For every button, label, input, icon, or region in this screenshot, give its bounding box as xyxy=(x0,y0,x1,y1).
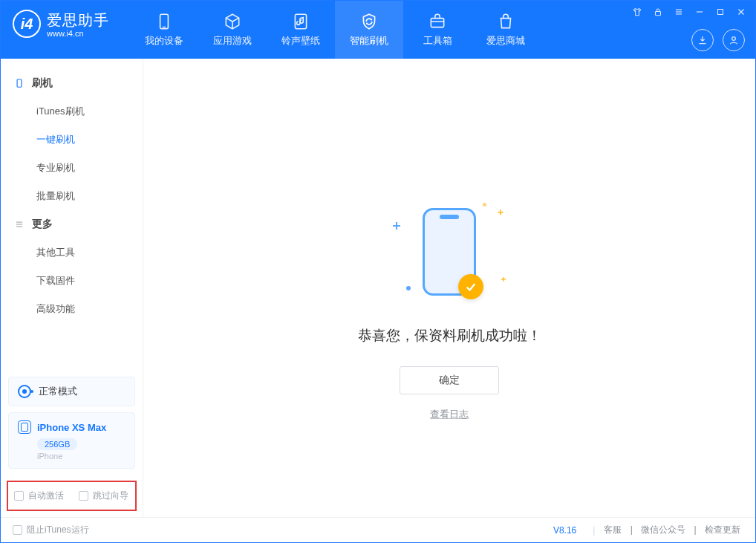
checkbox-label: 跳过向导 xyxy=(93,490,128,502)
checkbox-box-icon xyxy=(13,525,22,535)
tab-label: 智能刷机 xyxy=(350,34,388,48)
options-row-highlight: 自动激活 跳过向导 xyxy=(7,481,137,511)
body: 刷机 iTunes刷机 一键刷机 专业刷机 批量刷机 更多 其他工具 下载固件 … xyxy=(1,59,755,517)
brand-text: 爱思助手 www.i4.cn xyxy=(47,10,109,38)
svg-point-4 xyxy=(732,37,736,41)
sidebar-item-other-tools[interactable]: 其他工具 xyxy=(1,238,143,267)
separator: | xyxy=(587,525,601,536)
sparkle-icon xyxy=(498,210,504,215)
main-content: 恭喜您，保资料刷机成功啦！ 确定 查看日志 xyxy=(143,59,755,517)
maximize-button[interactable] xyxy=(714,5,727,19)
success-message: 恭喜您，保资料刷机成功啦！ xyxy=(358,326,541,345)
brand-logo-text: i4 xyxy=(21,16,33,33)
phone-icon xyxy=(154,12,174,31)
section-title: 刷机 xyxy=(32,77,53,90)
separator: | xyxy=(691,524,700,535)
cube-icon xyxy=(223,12,242,31)
version-label: V8.16 xyxy=(553,525,576,536)
list-icon xyxy=(14,219,25,230)
music-file-icon xyxy=(291,12,310,31)
device-subtitle: iPhone xyxy=(37,452,126,461)
brand-url: www.i4.cn xyxy=(47,29,109,38)
checkbox-block-itunes[interactable]: 阻止iTunes运行 xyxy=(13,524,89,536)
dot-icon xyxy=(406,286,411,290)
svg-rect-3 xyxy=(431,19,443,27)
header-right-actions xyxy=(691,29,745,51)
lock-icon[interactable] xyxy=(651,5,665,19)
separator: | xyxy=(628,524,636,535)
download-icon xyxy=(697,34,708,46)
tab-ringtone-wallpaper[interactable]: 铃声壁纸 xyxy=(267,1,335,59)
tab-label: 工具箱 xyxy=(423,34,452,48)
close-button[interactable] xyxy=(734,5,748,19)
brand-logo-icon: i4 xyxy=(13,10,41,38)
sidebar-item-pro-flash[interactable]: 专业刷机 xyxy=(1,154,143,182)
footer: 阻止iTunes运行 V8.16 | 客服 | 微信公众号 | 检查更新 xyxy=(1,517,755,542)
checkbox-label: 阻止iTunes运行 xyxy=(27,524,89,536)
sidebar-scroll: 刷机 iTunes刷机 一键刷机 专业刷机 批量刷机 更多 其他工具 下载固件 … xyxy=(1,59,143,371)
view-log-link[interactable]: 查看日志 xyxy=(430,408,469,421)
sidebar: 刷机 iTunes刷机 一键刷机 专业刷机 批量刷机 更多 其他工具 下载固件 … xyxy=(1,59,143,517)
svg-rect-10 xyxy=(718,10,723,15)
device-icon xyxy=(18,420,31,434)
app-window: i4 爱思助手 www.i4.cn 我的设备 应用游戏 铃声壁纸 智能刷 xyxy=(0,0,756,543)
bag-icon xyxy=(496,12,515,31)
device-card[interactable]: iPhone XS Max 256GB iPhone xyxy=(8,412,135,469)
checkbox-label: 自动激活 xyxy=(28,490,64,502)
svg-rect-13 xyxy=(17,79,22,88)
titlebar: i4 爱思助手 www.i4.cn 我的设备 应用游戏 铃声壁纸 智能刷 xyxy=(1,1,755,59)
brand-name: 爱思助手 xyxy=(47,10,109,30)
tab-toolbox[interactable]: 工具箱 xyxy=(403,1,472,59)
tab-my-device[interactable]: 我的设备 xyxy=(130,1,198,59)
footer-link-check-update[interactable]: 检查更新 xyxy=(702,524,743,535)
success-illustration xyxy=(390,200,509,304)
mode-card[interactable]: 正常模式 xyxy=(8,377,135,406)
check-icon xyxy=(464,280,478,293)
tab-label: 应用游戏 xyxy=(213,34,252,48)
device-name: iPhone XS Max xyxy=(37,422,106,433)
sidebar-item-itunes-flash[interactable]: iTunes刷机 xyxy=(1,97,143,126)
brand: i4 爱思助手 www.i4.cn xyxy=(1,1,120,38)
sidebar-item-oneclick-flash[interactable]: 一键刷机 xyxy=(1,126,143,154)
sparkle-icon xyxy=(393,222,400,230)
tab-smart-flash[interactable]: 智能刷机 xyxy=(335,1,403,59)
section-flash-header: 刷机 xyxy=(1,69,143,97)
footer-link-support[interactable]: 客服 xyxy=(601,524,625,535)
minimize-button[interactable] xyxy=(693,5,706,19)
mode-status-icon xyxy=(18,385,31,398)
download-manager-button[interactable] xyxy=(691,29,714,51)
footer-link-wechat[interactable]: 微信公众号 xyxy=(638,524,688,535)
tshirt-icon[interactable] xyxy=(630,5,644,19)
tab-app-games[interactable]: 应用游戏 xyxy=(198,1,267,59)
checkbox-auto-activate[interactable]: 自动激活 xyxy=(14,490,64,502)
account-button[interactable] xyxy=(723,29,745,51)
success-badge-icon xyxy=(458,274,483,299)
svg-rect-5 xyxy=(656,11,661,15)
section-more-header: 更多 xyxy=(1,210,143,238)
section-title: 更多 xyxy=(32,218,53,231)
device-small-icon xyxy=(14,78,25,88)
tab-store[interactable]: 爱思商城 xyxy=(472,1,540,59)
device-capacity: 256GB xyxy=(37,438,77,450)
checkbox-box-icon xyxy=(79,491,88,501)
toolbox-icon xyxy=(428,12,447,31)
top-tabs: 我的设备 应用游戏 铃声壁纸 智能刷机 工具箱 爱思商城 xyxy=(130,1,540,59)
dot-icon xyxy=(483,203,486,207)
menu-icon[interactable] xyxy=(672,5,685,19)
tab-label: 我的设备 xyxy=(145,34,183,48)
sidebar-item-batch-flash[interactable]: 批量刷机 xyxy=(1,182,143,210)
sparkle-icon xyxy=(501,277,506,282)
sidebar-item-advanced[interactable]: 高级功能 xyxy=(1,295,143,323)
user-icon xyxy=(728,34,740,46)
tab-label: 铃声壁纸 xyxy=(281,34,320,48)
checkbox-box-icon xyxy=(14,491,24,501)
tab-label: 爱思商城 xyxy=(486,34,525,48)
mode-label: 正常模式 xyxy=(39,385,77,398)
sidebar-item-download-firmware[interactable]: 下载固件 xyxy=(1,267,143,295)
refresh-shield-icon xyxy=(359,12,379,31)
confirm-button[interactable]: 确定 xyxy=(400,366,499,394)
window-controls xyxy=(630,5,748,19)
checkbox-skip-guide[interactable]: 跳过向导 xyxy=(79,490,128,502)
